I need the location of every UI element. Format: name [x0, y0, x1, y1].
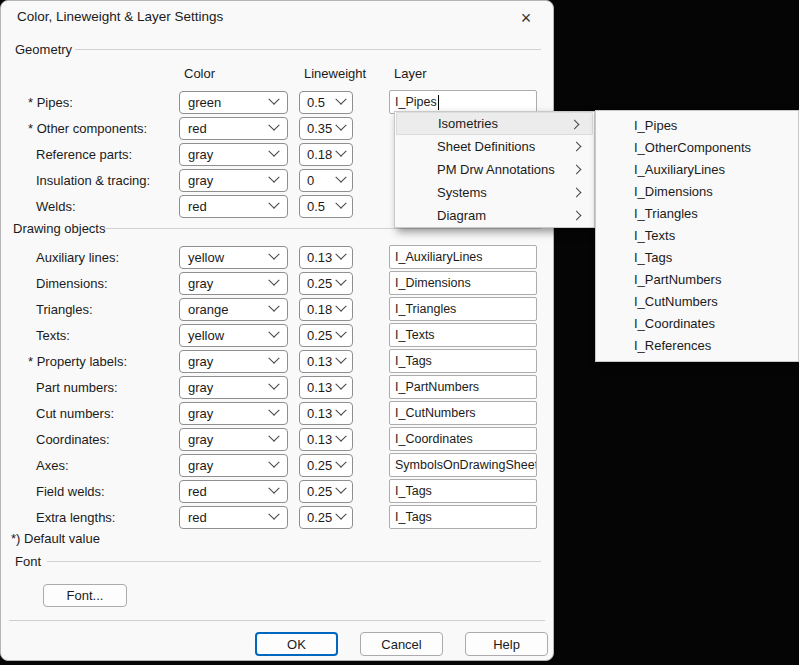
color-combobox[interactable]: gray	[179, 402, 288, 425]
menu-item-isometries[interactable]: Isometries	[396, 112, 593, 135]
color-combobox[interactable]: gray	[179, 376, 288, 399]
font-button[interactable]: Font...	[43, 584, 127, 607]
text-caret	[438, 95, 439, 110]
color-combobox[interactable]: gray	[179, 454, 288, 477]
combo-value: 0.25	[307, 276, 332, 291]
layer-input[interactable]: I_AuxiliaryLines	[389, 245, 537, 269]
lineweight-combobox[interactable]: 0.25	[299, 272, 353, 295]
menu-item-label: PM Drw Annotations	[437, 162, 555, 177]
layer-input[interactable]: SymbolsOnDrawingSheet	[389, 453, 537, 477]
layer-input[interactable]: I_Tags	[389, 505, 537, 529]
lineweight-combobox[interactable]: 0.5	[299, 91, 353, 114]
lineweight-combobox[interactable]: 0	[299, 169, 353, 192]
submenu-item-i-tags[interactable]: I_Tags	[596, 247, 798, 269]
chevron-down-icon	[268, 457, 279, 468]
submenu-item-i-coordinates[interactable]: I_Coordinates	[596, 313, 798, 335]
lineweight-combobox[interactable]: 0.25	[299, 506, 353, 529]
submenu-arrow-icon	[572, 142, 582, 152]
color-combobox[interactable]: gray	[179, 428, 288, 451]
submenu-item-i-othercomponents[interactable]: I_OtherComponents	[596, 137, 798, 159]
combo-value: red	[188, 484, 207, 499]
row-label: Extra lengths:	[15, 510, 179, 525]
layer-input[interactable]: I_Tags	[389, 349, 537, 373]
chevron-down-icon	[268, 198, 279, 209]
chevron-down-icon	[268, 120, 279, 131]
menu-item-pm-drw-annotations[interactable]: PM Drw Annotations	[395, 158, 594, 181]
color-combobox[interactable]: gray	[179, 143, 288, 166]
submenu-item-i-texts[interactable]: I_Texts	[596, 225, 798, 247]
row-label: Reference parts:	[15, 147, 179, 162]
combo-value: red	[188, 199, 207, 214]
drawing-objects-group-line	[104, 228, 541, 229]
chevron-down-icon	[335, 275, 346, 286]
lineweight-combobox[interactable]: 0.18	[299, 298, 353, 321]
color-combobox[interactable]: orange	[179, 298, 288, 321]
layer-input[interactable]: I_CutNumbers	[389, 401, 537, 425]
layer-input[interactable]: I_Tags	[389, 479, 537, 503]
menu-item-label: Systems	[437, 185, 487, 200]
color-combobox[interactable]: gray	[179, 350, 288, 373]
lineweight-combobox[interactable]: 0.13	[299, 376, 353, 399]
layer-input[interactable]: I_Triangles	[389, 297, 537, 321]
submenu-item-i-triangles[interactable]: I_Triangles	[596, 203, 798, 225]
layer-value: I_Tags	[395, 510, 432, 524]
color-combobox[interactable]: yellow	[179, 246, 288, 269]
color-combobox[interactable]: red	[179, 117, 288, 140]
ok-button[interactable]: OK	[255, 632, 338, 656]
help-button[interactable]: Help	[465, 632, 548, 656]
combo-value: 0.13	[307, 406, 332, 421]
layer-value: I_Tags	[395, 354, 432, 368]
lineweight-combobox[interactable]: 0.25	[299, 454, 353, 477]
lineweight-combobox[interactable]: 0.13	[299, 350, 353, 373]
combo-value: gray	[188, 458, 213, 473]
layer-input[interactable]: I_Dimensions	[389, 271, 537, 295]
lineweight-combobox[interactable]: 0.13	[299, 246, 353, 269]
color-combobox[interactable]: red	[179, 506, 288, 529]
layer-value: I_AuxiliaryLines	[395, 250, 483, 264]
submenu-item-i-references[interactable]: I_References	[596, 335, 798, 357]
close-button[interactable]: ×	[511, 5, 541, 31]
color-combobox[interactable]: gray	[179, 169, 288, 192]
title-bar[interactable]: Color, Lineweight & Layer Settings ×	[1, 1, 553, 41]
chevron-down-icon	[335, 483, 346, 494]
combo-value: green	[188, 95, 221, 110]
chevron-down-icon	[268, 379, 279, 390]
combo-value: 0.13	[307, 354, 332, 369]
color-combobox[interactable]: yellow	[179, 324, 288, 347]
submenu-item-i-cutnumbers[interactable]: I_CutNumbers	[596, 291, 798, 313]
layer-input[interactable]: I_PartNumbers	[389, 375, 537, 399]
color-combobox[interactable]: gray	[179, 272, 288, 295]
submenu-item-i-pipes[interactable]: I_Pipes	[596, 115, 798, 137]
layer-value: I_Dimensions	[395, 276, 471, 290]
combo-value: 0.13	[307, 432, 332, 447]
menu-item-sheet-definitions[interactable]: Sheet Definitions	[395, 135, 594, 158]
cancel-button[interactable]: Cancel	[360, 632, 443, 656]
submenu-item-i-dimensions[interactable]: I_Dimensions	[596, 181, 798, 203]
submenu-item-i-partnumbers[interactable]: I_PartNumbers	[596, 269, 798, 291]
lineweight-combobox[interactable]: 0.25	[299, 480, 353, 503]
row-label: Cut numbers:	[15, 406, 179, 421]
menu-item-diagram[interactable]: Diagram	[395, 204, 594, 227]
chevron-down-icon	[335, 120, 346, 131]
row-dimensions: Dimensions: gray 0.25 I_Dimensions	[1, 270, 553, 296]
lineweight-combobox[interactable]: 0.25	[299, 324, 353, 347]
submenu-arrow-icon	[572, 211, 582, 221]
chevron-down-icon	[335, 249, 346, 260]
chevron-down-icon	[268, 94, 279, 105]
drawing-objects-group-label: Drawing objects	[13, 221, 106, 236]
color-combobox[interactable]: green	[179, 91, 288, 114]
lineweight-combobox[interactable]: 0.5	[299, 195, 353, 218]
menu-item-systems[interactable]: Systems	[395, 181, 594, 204]
layer-input[interactable]: I_Texts	[389, 323, 537, 347]
lineweight-combobox[interactable]: 0.18	[299, 143, 353, 166]
lineweight-combobox[interactable]: 0.35	[299, 117, 353, 140]
lineweight-combobox[interactable]: 0.13	[299, 402, 353, 425]
layer-input[interactable]: I_Coordinates	[389, 427, 537, 451]
combo-value: 0.25	[307, 510, 332, 525]
color-combobox[interactable]: red	[179, 480, 288, 503]
chevron-down-icon	[268, 301, 279, 312]
submenu-item-i-auxiliarylines[interactable]: I_AuxiliaryLines	[596, 159, 798, 181]
combo-value: 0.25	[307, 458, 332, 473]
lineweight-combobox[interactable]: 0.13	[299, 428, 353, 451]
color-combobox[interactable]: red	[179, 195, 288, 218]
